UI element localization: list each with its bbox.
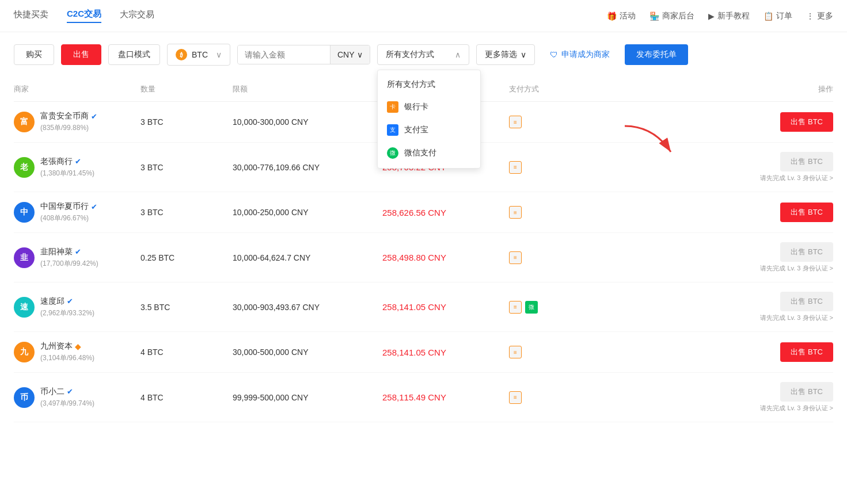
nav-orders[interactable]: 📋 订单 <box>764 11 792 21</box>
verified-badge: ✔ <box>67 297 73 306</box>
currency-selector[interactable]: CNY ∨ <box>330 45 370 64</box>
merchant-cell: 韭 韭阳神菜 ✔ (17,700单/99.42%) <box>14 247 140 269</box>
sell-button-disabled[interactable]: 出售 BTC <box>780 242 833 262</box>
merchant-stats: (408单/96.67%) <box>40 213 97 223</box>
merchant-stats: (17,700单/99.42%) <box>40 259 98 269</box>
become-merchant-label: 申请成为商家 <box>561 49 610 60</box>
verify-hint[interactable]: 请先完成 Lv. 3 身份认证 > <box>760 404 833 413</box>
more-dots-icon: ⋮ <box>806 12 814 21</box>
limit-cell: 10,000-64,624.7 CNY <box>233 253 382 262</box>
limit-cell: 30,000-500,000 CNY <box>233 348 382 357</box>
post-order-button[interactable]: 发布委托单 <box>625 44 688 65</box>
payment-cell: ≡ <box>509 161 601 174</box>
dropdown-wechat[interactable]: 微 微信支付 <box>378 142 480 165</box>
nav-c2c[interactable]: C2C交易 <box>67 9 101 23</box>
play-icon: ▶ <box>708 12 715 21</box>
nav-bulk[interactable]: 大宗交易 <box>120 9 154 22</box>
merchant-avatar: 速 <box>14 297 35 318</box>
quantity-cell: 4 BTC <box>140 393 233 402</box>
col-limit: 限额 <box>233 84 382 94</box>
table-row: 中 中国华夏币行 ✔ (408单/96.67%) 3 BTC10,000-250… <box>14 192 833 233</box>
sell-button[interactable]: 出售 BTC <box>780 203 833 222</box>
col-action: 操作 <box>601 84 833 94</box>
coin-dropdown-arrow: ∨ <box>216 50 222 59</box>
activity-label: 活动 <box>620 11 636 21</box>
quantity-cell: 3.5 BTC <box>140 303 233 312</box>
nav-more[interactable]: ⋮ 更多 <box>806 11 833 21</box>
bank-label: 银行卡 <box>404 102 428 112</box>
dropdown-all-payments[interactable]: 所有支付方式 <box>378 74 480 96</box>
table-row: 九 九州资本 ◆ (3,104单/96.48%) 4 BTC30,000-500… <box>14 332 833 373</box>
bank-payment-icon: ≡ <box>509 161 522 174</box>
bank-payment-icon: ≡ <box>509 391 522 404</box>
become-merchant[interactable]: 🛡 申请成为商家 <box>542 45 618 64</box>
merchant-info: 九州资本 ◆ (3,104单/96.48%) <box>40 341 94 363</box>
orderbook-tab[interactable]: 盘口模式 <box>108 44 160 65</box>
payment-cell: ≡微 <box>509 301 601 314</box>
sell-tab[interactable]: 出售 <box>61 44 101 65</box>
limit-cell: 30,000-903,493.67 CNY <box>233 303 382 312</box>
nav-activity[interactable]: 🎁 活动 <box>607 11 636 21</box>
verify-hint[interactable]: 请先完成 Lv. 3 身份认证 > <box>760 314 833 322</box>
merchant-stats: (2,962单/93.32%) <box>40 308 94 318</box>
action-cell: 出售 BTC <box>601 112 833 132</box>
merchant-stats: (3,104单/96.48%) <box>40 353 94 363</box>
action-cell: 出售 BTC请先完成 Lv. 3 身份认证 > <box>601 382 833 413</box>
nav-merchant-backend[interactable]: 🏪 商家后台 <box>650 11 694 21</box>
payment-label: 所有支付方式 <box>386 49 434 60</box>
nav-tutorial[interactable]: ▶ 新手教程 <box>708 11 750 21</box>
merchant-avatar: 九 <box>14 342 35 362</box>
dropdown-alipay[interactable]: 支 支付宝 <box>378 119 480 142</box>
quantity-cell: 4 BTC <box>140 348 233 357</box>
sell-button[interactable]: 出售 BTC <box>780 342 833 362</box>
verified-badge: ✔ <box>91 203 97 211</box>
currency-arrow: ∨ <box>357 50 363 59</box>
payment-cell: ≡ <box>509 346 601 358</box>
dropdown-bank-card[interactable]: 卡 银行卡 <box>378 96 480 119</box>
more-label: 更多 <box>817 11 833 21</box>
merchant-cell: 富 富贵安全币商 ✔ (835单/99.88%) <box>14 111 140 133</box>
action-cell: 出售 BTC请先完成 Lv. 3 身份认证 > <box>601 152 833 182</box>
nav-quicktrade[interactable]: 快捷买卖 <box>14 9 48 22</box>
limit-cell: 10,000-250,000 CNY <box>233 208 382 217</box>
sell-button-disabled[interactable]: 出售 BTC <box>780 292 833 311</box>
more-filter-arrow: ∨ <box>521 50 526 59</box>
verified-badge: ✔ <box>67 387 73 396</box>
payment-cell: ≡ <box>509 251 601 264</box>
amount-input-wrap: CNY ∨ <box>237 45 370 64</box>
nav-right: 🎁 活动 🏪 商家后台 ▶ 新手教程 📋 订单 ⋮ 更多 <box>607 11 833 21</box>
more-filter[interactable]: 更多筛选 ∨ <box>476 44 535 65</box>
coin-selector[interactable]: ₿ BTC ∨ <box>167 44 230 66</box>
action-cell: 出售 BTC <box>601 342 833 362</box>
verify-hint[interactable]: 请先完成 Lv. 3 身份认证 > <box>760 264 833 273</box>
sell-button[interactable]: 出售 BTC <box>780 112 833 132</box>
price-cell: 258,498.80 CNY <box>382 253 509 262</box>
table-row: 速 速度邱 ✔ (2,962单/93.32%) 3.5 BTC30,000-90… <box>14 282 833 332</box>
price-cell: 258,141.05 CNY <box>382 348 509 357</box>
verify-hint[interactable]: 请先完成 Lv. 3 身份认证 > <box>760 174 833 182</box>
merchant-name: 富贵安全币商 ✔ <box>40 111 97 121</box>
bank-icon: 卡 <box>387 101 398 113</box>
payment-cell: ≡ <box>509 206 601 219</box>
merchant-backend-label: 商家后台 <box>662 11 694 21</box>
wechat-icon: 微 <box>387 147 398 159</box>
merchant-info: 韭阳神菜 ✔ (17,700单/99.42%) <box>40 247 98 269</box>
quantity-cell: 3 BTC <box>140 117 233 127</box>
payment-arrow: ∧ <box>455 50 461 59</box>
merchant-name: 币小二 ✔ <box>40 387 94 397</box>
price-cell: 258,141.05 CNY <box>382 302 509 312</box>
sell-button-disabled[interactable]: 出售 BTC <box>780 152 833 171</box>
price-cell: 258,115.49 CNY <box>382 392 509 402</box>
merchant-stats: (835单/99.88%) <box>40 123 97 133</box>
price-cell: 258,626.56 CNY <box>382 208 509 217</box>
col-payment: 支付方式 <box>509 84 601 94</box>
payment-selector[interactable]: 所有支付方式 ∧ <box>377 44 469 65</box>
action-cell: 出售 BTC请先完成 Lv. 3 身份认证 > <box>601 292 833 322</box>
sell-button-disabled[interactable]: 出售 BTC <box>780 382 833 402</box>
quantity-cell: 0.25 BTC <box>140 253 233 262</box>
merchant-info: 中国华夏币行 ✔ (408单/96.67%) <box>40 201 97 223</box>
amount-input[interactable] <box>238 45 330 64</box>
col-merchant: 商家 <box>14 84 140 94</box>
verified-badge: ✔ <box>75 247 81 256</box>
buy-tab[interactable]: 购买 <box>14 44 54 65</box>
